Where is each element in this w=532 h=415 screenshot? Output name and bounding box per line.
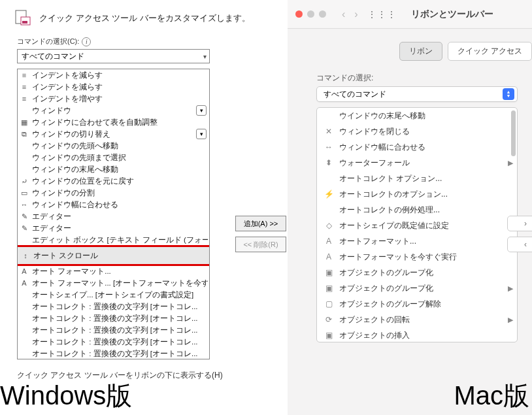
list-item[interactable]: ↔ウィンドウ幅に合わせる [317,139,517,155]
list-item[interactable]: ≡インデントを減らす [18,81,209,93]
window-switch-icon: ⧉ [19,129,29,139]
show-all-icon[interactable]: ⋮⋮⋮ [367,9,397,20]
list-item-label: オートコレクト : 置換後の文字列 [オートコレ... [32,302,208,312]
list-item[interactable]: ↕オート スクロール [17,245,210,266]
windows-panel: クイック アクセス ツール バーをカスタマイズします。 コマンドの選択(C): … [0,0,288,415]
list-item[interactable]: ウィンドウの先頭まで選択 [18,152,209,163]
list-item[interactable]: オートコレクトの例外処理... [317,202,517,218]
windows-header: クイック アクセス ツール バーをカスタマイズします。 [0,0,288,34]
mac-remove-button[interactable]: ‹ [507,237,532,252]
list-item[interactable]: Aオートフォーマットを今すぐ実行 [317,249,517,265]
list-item-label: エディット ボックス [テキスト フィールド (フォー [32,235,208,245]
list-item-label: オートコレクト : 置換後の文字列 [オートコレ... [32,325,208,335]
list-item[interactable]: ⟳オブジェクトの回転▶ [317,312,517,327]
list-item[interactable]: オートシェイプ... [オートシェイプの書式設定] [18,289,209,301]
windows-caption: Windows版 [0,378,132,414]
list-item[interactable]: ≡インデントを減らす [18,69,209,81]
list-item-label: オートコレクトの例外処理... [339,205,513,216]
list-item-label: オートシェイプ... [オートシェイプの書式設定] [32,290,208,300]
list-item[interactable]: Aオートフォーマット... [317,233,517,249]
auto-format-now-icon: A [19,278,29,288]
command-select-label: コマンドの選択(C): [17,37,79,46]
list-item[interactable]: ▦ウィンドウに合わせて表を自動調整 [18,116,209,128]
add-button[interactable]: 追加(A) >> [235,216,286,231]
blank-icon [324,205,334,215]
blank-icon [19,313,29,324]
blank-icon [324,110,334,121]
list-item[interactable]: オートコレクト オプション... [317,171,517,186]
list-item[interactable]: オートコレクト : 置換後の文字列 [オートコレ... [18,336,209,348]
list-item[interactable]: ≡インデントを増やす [18,93,209,105]
list-item[interactable]: ✎エディター [18,210,209,222]
list-item-label: オート フォーマット... [オートフォーマットを今す... [32,278,208,288]
list-item-label: ウインドウの末尾へ移動 [339,110,513,122]
traffic-lights [295,10,326,18]
customize-qat-icon [14,9,33,27]
list-item-label: オブジェクトのグループ解除 [339,299,513,310]
list-item[interactable]: ウィンドウの末尾へ移動 [18,163,209,175]
list-item[interactable]: ⧉ウィンドウの切り替え▾ [18,128,209,140]
mac-add-button[interactable]: › [507,216,532,231]
mac-scrollbar-thumb[interactable] [511,110,516,156]
close-window-button[interactable] [295,10,303,18]
mac-command-select-value: すべてのコマンド [324,89,386,100]
nav-back-icon[interactable]: ‹ [342,8,345,20]
command-select-dropdown[interactable]: すべてのコマンド ▾ [17,49,210,63]
windows-header-title: クイック アクセス ツール バーをカスタマイズします。 [39,12,250,24]
submenu-chevron-icon: ▶ [508,159,513,167]
auto-format-icon: A [19,266,29,276]
list-item[interactable]: オートコレクト : 置換後の文字列 [オートコレ... [18,348,209,359]
list-item[interactable]: オートコレクト : 置換後の文字列 [オートコレ... [18,324,209,336]
table-fit-icon: ▦ [19,117,29,127]
fit-width-icon: ↔ [324,142,334,152]
list-item[interactable]: ウィンドウの先頭へ移動 [18,140,209,152]
minimize-window-button [307,10,314,18]
list-item[interactable]: ⬍ウォーターフォール▶ [317,155,517,171]
insert-object-icon: ▣ [324,330,334,340]
editor-icon: ✎ [19,211,29,222]
list-item[interactable]: ◇オートシェイプの既定値に設定 [317,218,517,233]
list-item[interactable]: エディット ボックス [テキスト フィールド (フォー [18,234,209,246]
ungroup-icon: ▢ [324,299,334,309]
list-item[interactable]: ⚡オートコレクトのオプション... [317,186,517,202]
list-item[interactable]: ✎エディター [18,222,209,234]
list-item[interactable]: ▢オブジェクトのグループ解除 [317,296,517,312]
mac-command-listbox[interactable]: ウインドウの末尾へ移動✕ウィンドウを閉じる↔ウィンドウ幅に合わせる⬍ウォーターフ… [316,107,518,342]
autoformat-now-icon: A [324,252,334,262]
indent-increase-icon: ≡ [19,93,29,104]
nav-forward-icon[interactable]: › [354,8,357,20]
close-icon: ✕ [324,126,334,137]
tab-ribbon[interactable]: リボン [399,42,442,61]
mac-command-select-dropdown[interactable]: すべてのコマンド ▲▼ [316,86,518,102]
windows-command-listbox[interactable]: ≡インデントを減らす≡インデントを減らす≡インデントを増やすウィンドウ▾▦ウィン… [17,69,210,359]
list-item[interactable]: オートコレクト : 置換後の文字列 [オートコレ... [18,312,209,324]
list-item[interactable]: Aオート フォーマット... [オートフォーマットを今す... [18,277,209,289]
list-item[interactable]: Aオート フォーマット... [18,265,209,277]
mac-command-select-label: コマンドの選択: [316,73,532,84]
list-item-label: エディター [32,224,208,233]
list-item-label: インデントを増やす [32,94,208,104]
list-item[interactable]: ▣オブジェクトのグループ化▶ [317,280,517,296]
list-item-label: オートコレクト : 置換後の文字列 [オートコレ... [32,314,208,324]
list-item[interactable]: ▭ウィンドウの分割 [18,187,209,199]
list-item-label: ウィンドウ幅に合わせる [32,200,208,210]
list-item-label: オートコレクト : 置換後の文字列 [オートコレ... [32,337,208,347]
list-item[interactable]: ↔ウィンドウ幅に合わせる [18,199,209,210]
tab-quick-access[interactable]: クイック アクセス [448,42,532,61]
list-item[interactable]: ▣オブジェクトの挿入 [317,327,517,342]
windows-add-remove-buttons: 追加(A) >> << 削除(R) [235,216,286,252]
info-icon[interactable]: i [82,37,91,46]
list-item[interactable]: ✕ウィンドウを閉じる [317,124,517,139]
blank-icon [324,173,334,184]
list-item[interactable]: オートコレクト : 置換後の文字列 [オートコレ... [18,301,209,312]
list-item[interactable]: ⤾ウィンドウの位置を元に戻す [18,175,209,187]
list-item[interactable]: ウインドウの末尾へ移動 [317,108,517,124]
submenu-chevron-icon: ▶ [508,284,513,293]
autoshape-default-icon: ◇ [324,220,334,231]
list-item-label: ウィンドウに合わせて表を自動調整 [32,118,208,127]
list-item[interactable]: ウィンドウ▾ [18,105,209,116]
blank-icon [19,105,29,116]
list-item-label: オートコレクト オプション... [339,173,513,184]
list-item-label: オブジェクトのグループ化 [339,267,513,278]
list-item[interactable]: ▣オブジェクトのグループ化 [317,265,517,280]
